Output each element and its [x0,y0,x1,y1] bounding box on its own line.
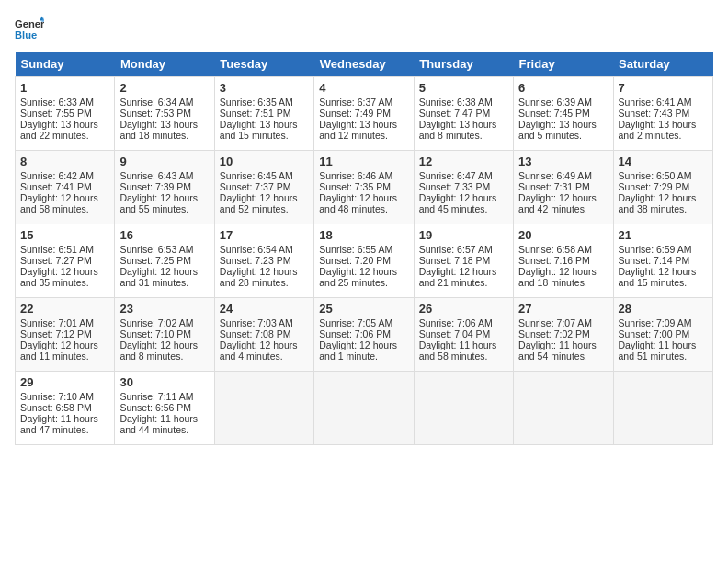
day-info-line: and 5 minutes. [518,130,608,141]
day-info-line: Sunset: 7:51 PM [220,108,309,119]
day-info-line: and 28 minutes. [220,277,309,288]
day-number: 7 [619,81,708,95]
day-info-line: Sunset: 7:55 PM [20,108,109,119]
day-info-line: Sunrise: 6:35 AM [220,97,309,108]
day-info-line: Daylight: 12 hours [119,192,209,203]
day-info-line: Sunrise: 6:33 AM [20,97,109,108]
day-number: 27 [518,302,608,316]
day-info-line: Sunrise: 7:05 AM [319,317,408,328]
day-number: 14 [619,155,708,168]
day-info-line: Sunset: 7:23 PM [220,255,309,266]
day-info-line: and 44 minutes. [119,424,209,435]
day-info-line: and 1 minute. [319,350,408,362]
day-number: 5 [419,81,508,95]
calendar-cell: 3Sunrise: 6:35 AMSunset: 7:51 PMDaylight… [214,77,313,151]
day-info-line: Sunrise: 7:03 AM [220,317,309,328]
day-number: 15 [20,228,109,242]
calendar-week-row: 29Sunrise: 7:10 AMSunset: 6:58 PMDayligh… [16,372,713,445]
day-number: 23 [119,302,209,316]
day-info-line: Sunrise: 6:51 AM [20,244,109,255]
day-info-line: Daylight: 12 hours [119,266,209,277]
calendar-cell: 18Sunrise: 6:55 AMSunset: 7:20 PMDayligh… [314,224,414,298]
day-info-line: and 51 minutes. [619,350,708,362]
header-cell-sunday: Sunday [16,52,115,77]
header-cell-friday: Friday [514,52,613,77]
day-info-line: Sunset: 7:35 PM [319,181,408,192]
day-info-line: Daylight: 12 hours [220,192,309,203]
day-info-line: Daylight: 12 hours [518,192,608,203]
day-number: 24 [220,302,309,316]
day-number: 21 [619,228,708,242]
day-info-line: Sunrise: 7:06 AM [419,317,508,328]
day-info-line: and 31 minutes. [119,277,209,288]
day-info-line: Sunrise: 7:02 AM [119,317,209,328]
day-info-line: Daylight: 12 hours [20,339,109,350]
day-number: 28 [619,302,708,316]
day-info-line: Sunset: 7:31 PM [518,181,608,192]
header-cell-monday: Monday [115,52,214,77]
day-info-line: Sunset: 7:45 PM [518,108,608,119]
day-info-line: and 35 minutes. [20,277,109,288]
day-info-line: Daylight: 12 hours [419,266,508,277]
calendar-cell: 5Sunrise: 6:38 AMSunset: 7:47 PMDaylight… [414,77,513,151]
day-info-line: Daylight: 12 hours [419,192,508,203]
day-info-line: Daylight: 12 hours [20,192,109,203]
logo-icon: General Blue [15,15,44,44]
day-info-line: Sunset: 7:47 PM [419,108,508,119]
day-info-line: Sunset: 7:37 PM [220,181,309,192]
calendar-week-row: 22Sunrise: 7:01 AMSunset: 7:12 PMDayligh… [16,298,713,372]
day-info-line: Sunrise: 6:54 AM [220,244,309,255]
day-number: 20 [518,228,608,242]
day-info-line: Sunset: 7:14 PM [619,255,708,266]
day-info-line: Sunset: 7:02 PM [518,328,608,339]
day-info-line: Daylight: 11 hours [419,339,508,350]
day-info-line: Sunrise: 6:45 AM [220,170,309,181]
calendar-cell [314,372,414,445]
day-number: 4 [319,81,408,95]
day-info-line: and 58 minutes. [20,203,109,214]
day-info-line: and 25 minutes. [319,277,408,288]
calendar-cell: 25Sunrise: 7:05 AMSunset: 7:06 PMDayligh… [314,298,414,372]
day-info-line: Sunset: 7:18 PM [419,255,508,266]
calendar-cell: 28Sunrise: 7:09 AMSunset: 7:00 PMDayligh… [613,298,712,372]
calendar-cell: 24Sunrise: 7:03 AMSunset: 7:08 PMDayligh… [214,298,313,372]
day-info-line: Sunset: 7:49 PM [319,108,408,119]
day-info-line: Sunset: 6:58 PM [20,402,109,413]
calendar-cell: 30Sunrise: 7:11 AMSunset: 6:56 PMDayligh… [115,372,214,445]
day-info-line: and 42 minutes. [518,203,608,214]
day-info-line: Sunrise: 7:11 AM [119,391,209,402]
day-info-line: Daylight: 12 hours [220,339,309,350]
day-info-line: and 15 minutes. [619,277,708,288]
day-number: 12 [419,155,508,168]
day-number: 2 [119,81,209,95]
day-info-line: Sunset: 7:39 PM [119,181,209,192]
day-info-line: and 21 minutes. [419,277,508,288]
day-info-line: Sunset: 7:12 PM [20,328,109,339]
day-info-line: and 52 minutes. [220,203,309,214]
day-info-line: Sunrise: 6:47 AM [419,170,508,181]
day-info-line: Sunset: 7:04 PM [419,328,508,339]
calendar-cell: 26Sunrise: 7:06 AMSunset: 7:04 PMDayligh… [414,298,513,372]
day-info-line: Sunset: 7:08 PM [220,328,309,339]
svg-text:Blue: Blue [15,29,37,40]
day-info-line: Sunrise: 6:46 AM [319,170,408,181]
header-cell-tuesday: Tuesday [214,52,313,77]
day-info-line: Daylight: 11 hours [119,413,209,424]
calendar-cell: 13Sunrise: 6:49 AMSunset: 7:31 PMDayligh… [514,151,613,224]
day-info-line: and 18 minutes. [119,130,209,141]
calendar-cell: 14Sunrise: 6:50 AMSunset: 7:29 PMDayligh… [613,151,712,224]
calendar-cell: 6Sunrise: 6:39 AMSunset: 7:45 PMDaylight… [514,77,613,151]
day-info-line: Sunset: 7:33 PM [419,181,508,192]
day-info-line: and 8 minutes. [119,350,209,362]
day-info-line: Sunrise: 6:57 AM [419,244,508,255]
day-info-line: and 48 minutes. [319,203,408,214]
day-info-line: and 54 minutes. [518,350,608,362]
day-info-line: Sunset: 7:53 PM [119,108,209,119]
day-number: 9 [119,155,209,168]
calendar-week-row: 8Sunrise: 6:42 AMSunset: 7:41 PMDaylight… [16,151,713,224]
day-info-line: Sunrise: 7:10 AM [20,391,109,402]
day-info-line: Sunrise: 6:58 AM [518,244,608,255]
day-info-line: Sunset: 7:20 PM [319,255,408,266]
day-info-line: Sunset: 7:06 PM [319,328,408,339]
day-info-line: Daylight: 13 hours [119,119,209,130]
